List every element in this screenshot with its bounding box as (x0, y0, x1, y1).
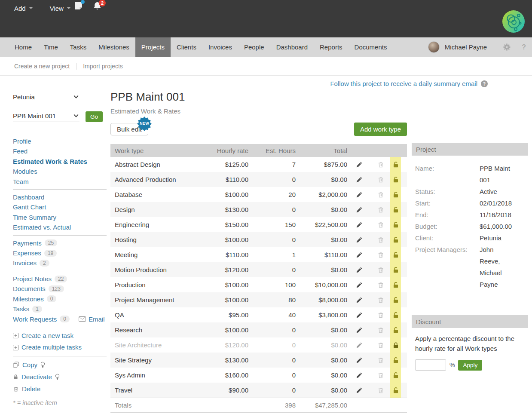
sidebar-item-estimated-work-rates[interactable]: Estimated Work & Rates (13, 156, 107, 166)
nav-tab-dashboard[interactable]: Dashboard (270, 37, 314, 57)
delete-icon[interactable] (377, 342, 384, 349)
sidebar-item-gantt-chart[interactable]: Gantt Chart (13, 202, 107, 212)
delete-icon[interactable] (377, 236, 384, 243)
unlock-icon[interactable] (392, 267, 399, 273)
edit-icon[interactable] (356, 267, 363, 273)
nav-tab-time[interactable]: Time (38, 37, 64, 57)
edit-icon[interactable] (356, 342, 363, 349)
sidebar-item-estimated-vs-actual[interactable]: Estimated vs. Actual (13, 222, 107, 232)
settings-gear-icon[interactable] (503, 43, 511, 51)
sidebar-item-profile[interactable]: Profile (13, 136, 107, 146)
sidebar-item-tasks[interactable]: Tasks1 (13, 304, 107, 314)
add-work-type-button[interactable]: Add work type (354, 123, 407, 136)
follow-help-icon[interactable]: ? (481, 80, 488, 87)
sidebar-item-modules[interactable]: Modules (13, 166, 107, 176)
unlock-icon[interactable] (392, 176, 399, 183)
sidebar-item-payments[interactable]: Payments25 (13, 238, 107, 248)
nav-tab-home[interactable]: Home (9, 37, 38, 57)
project-select[interactable]: PPB Maint 001 (13, 110, 79, 122)
delete-icon[interactable] (377, 357, 384, 364)
edit-icon[interactable] (356, 191, 363, 198)
edit-icon[interactable] (356, 357, 363, 364)
discount-percent-input[interactable] (415, 359, 446, 371)
unlock-icon[interactable] (392, 312, 399, 319)
delete-icon[interactable] (377, 191, 384, 198)
edit-icon[interactable] (356, 387, 363, 394)
follow-project-text[interactable]: Follow this project to receive a daily s… (330, 80, 477, 87)
delete-icon[interactable] (377, 251, 384, 258)
sidebar-item-dashboard[interactable]: Dashboard (13, 192, 107, 202)
follow-project-link[interactable]: Follow this project to receive a daily s… (330, 80, 488, 87)
unlock-icon[interactable] (392, 191, 399, 198)
delete-icon[interactable] (377, 221, 384, 228)
unlock-icon[interactable] (392, 372, 399, 379)
delete-icon[interactable] (377, 267, 384, 273)
sidebar-item-milestones[interactable]: Milestones0 (13, 294, 107, 304)
edit-icon[interactable] (356, 206, 363, 213)
nav-tab-people[interactable]: People (238, 37, 270, 57)
unlock-icon[interactable] (392, 357, 399, 364)
sidebar-item-feed[interactable]: Feed (13, 146, 107, 156)
edit-icon[interactable] (356, 312, 363, 319)
sidebar-item-work-requests[interactable]: Work Requests0Email (13, 314, 107, 324)
delete-icon[interactable] (377, 206, 384, 213)
edit-icon[interactable] (356, 176, 363, 183)
sidebar-item-team[interactable]: Team (13, 177, 107, 187)
delete-icon[interactable] (377, 176, 384, 183)
nav-tab-projects[interactable]: Projects (135, 37, 171, 57)
nav-tab-invoices[interactable]: Invoices (202, 37, 238, 57)
edit-icon[interactable] (356, 372, 363, 379)
unlock-icon[interactable] (392, 282, 399, 288)
unlock-icon[interactable] (392, 221, 399, 228)
unlock-icon[interactable] (392, 251, 399, 258)
unlock-icon[interactable] (392, 387, 399, 394)
delete-icon[interactable] (377, 282, 384, 288)
user-name[interactable]: Michael Payne (445, 43, 487, 51)
nav-tab-reports[interactable]: Reports (314, 37, 349, 57)
sidebar-item-deactivate[interactable]: Deactivate (13, 371, 107, 383)
unlock-icon[interactable] (392, 297, 399, 304)
edit-icon[interactable] (356, 327, 363, 334)
apply-discount-button[interactable]: Apply (458, 360, 482, 371)
delete-icon[interactable] (377, 372, 384, 379)
sidebar-item-project-notes[interactable]: Project Notes22 (13, 274, 107, 284)
client-select[interactable]: Petunia (13, 91, 79, 103)
sidebar-item-create-a-new-task[interactable]: Create a new task (13, 330, 107, 342)
sidebar-item-invoices[interactable]: Invoices2 (13, 258, 107, 268)
nav-tab-tasks[interactable]: Tasks (64, 37, 92, 57)
edit-icon[interactable] (356, 251, 363, 258)
edit-icon[interactable] (356, 221, 363, 228)
edit-icon[interactable] (356, 236, 363, 243)
sidebar-item-create-multiple-tasks[interactable]: Create multiple tasks (13, 341, 107, 353)
edit-icon[interactable] (356, 297, 363, 304)
lock-icon[interactable] (392, 342, 399, 349)
unlock-icon[interactable] (392, 236, 399, 243)
nav-tab-documents[interactable]: Documents (349, 37, 393, 57)
sidebar-item-time-summary[interactable]: Time Summary (13, 212, 107, 222)
sidebar-item-copy[interactable]: Copy (13, 359, 107, 371)
menu-view[interactable]: View (50, 5, 70, 12)
unlock-icon[interactable] (392, 161, 399, 168)
help-icon[interactable]: ? (522, 43, 526, 51)
unlock-icon[interactable] (392, 327, 399, 334)
sidebar-item-delete[interactable]: Delete (13, 383, 107, 395)
delete-icon[interactable] (377, 297, 384, 304)
delete-icon[interactable] (377, 161, 384, 168)
delete-icon[interactable] (377, 327, 384, 334)
notes-icon[interactable] (74, 1, 83, 12)
notifications-bell-icon[interactable]: 2 (92, 1, 102, 13)
subnav-link-import-projects[interactable]: Import projects (83, 63, 123, 70)
nav-tab-clients[interactable]: Clients (171, 37, 202, 57)
delete-icon[interactable] (377, 312, 384, 319)
edit-icon[interactable] (356, 282, 363, 288)
nav-tab-milestones[interactable]: Milestones (92, 37, 135, 57)
edit-icon[interactable] (356, 161, 363, 168)
sidebar-item-documents[interactable]: Documents123 (13, 284, 107, 294)
user-avatar[interactable] (428, 41, 440, 53)
go-button[interactable]: Go (86, 111, 103, 122)
delete-icon[interactable] (377, 387, 384, 394)
subnav-link-create-a-new-project[interactable]: Create a new project (14, 63, 70, 70)
menu-add[interactable]: Add (14, 5, 33, 12)
sidebar-item-expenses[interactable]: Expenses19 (13, 248, 107, 258)
unlock-icon[interactable] (392, 206, 399, 213)
